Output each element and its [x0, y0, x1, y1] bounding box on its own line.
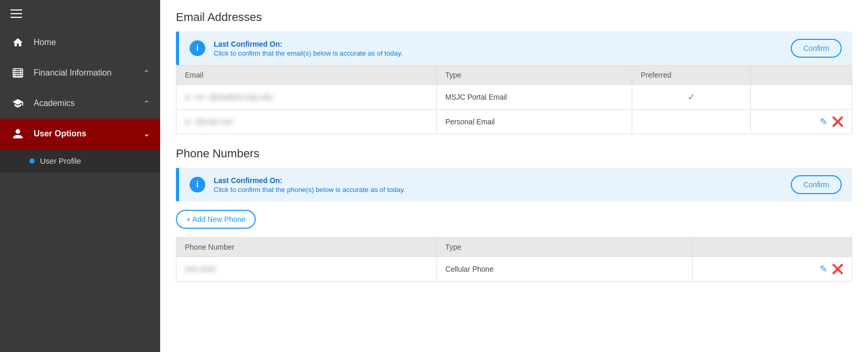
sidebar-item-academics[interactable]: Academics ⌃	[0, 88, 160, 119]
table-row: a---nt---@student.msjc.edu MSJC Portal E…	[176, 85, 852, 110]
phone-confirm-button[interactable]: Confirm	[791, 175, 842, 194]
email-value: a---@mail.com	[185, 118, 233, 126]
phone-table: Phone Number Type ###-#### Cellular Phon…	[176, 237, 852, 282]
sidebar-item-user-options[interactable]: User Options ⌄	[0, 119, 160, 149]
phone-col-header: Phone Number	[176, 238, 437, 257]
phone-cell: ###-####	[176, 257, 437, 282]
sidebar-item-home[interactable]: Home	[0, 27, 160, 58]
info-icon: i	[190, 40, 205, 56]
actions-cell: ✎ ❌	[751, 110, 852, 134]
info-icon: i	[190, 177, 205, 193]
phone-actions-col-header	[693, 238, 852, 257]
email-cell: a---@mail.com	[176, 110, 437, 134]
type-col-header: Type	[437, 66, 632, 85]
type-value: MSJC Portal Email	[445, 93, 507, 101]
table-row: a---@mail.com Personal Email ✎ ❌	[176, 110, 852, 134]
email-confirm-sublabel: Click to confirm that the email(s) below…	[214, 49, 403, 57]
main-content: Email Addresses i Last Confirmed On: Cli…	[160, 0, 868, 352]
type-value: Personal Email	[445, 118, 495, 126]
hamburger-button[interactable]	[0, 0, 160, 27]
actions-col-header	[751, 66, 852, 85]
chevron-down-icon: ⌃	[143, 69, 150, 77]
home-icon	[11, 37, 25, 48]
phone-banner-left: i Last Confirmed On: Click to confirm th…	[190, 176, 405, 194]
sidebar-sub-item-label: User Profile	[40, 156, 81, 165]
menu-icon	[11, 9, 150, 18]
chevron-up-icon: ⌄	[143, 130, 150, 138]
phone-confirm-banner: i Last Confirmed On: Click to confirm th…	[176, 168, 852, 201]
sidebar-item-financial-label: Financial Information	[34, 68, 135, 78]
phone-section-title: Phone Numbers	[176, 147, 852, 161]
sidebar-item-user-options-label: User Options	[34, 129, 135, 138]
sidebar-item-home-label: Home	[34, 38, 150, 47]
phone-confirm-sublabel: Click to confirm that the phone(s) below…	[214, 186, 405, 194]
type-cell: Personal Email	[437, 110, 632, 134]
sidebar-item-academics-label: Academics	[34, 99, 135, 108]
actions-cell	[751, 85, 852, 110]
email-confirm-banner: i Last Confirmed On: Click to confirm th…	[176, 31, 852, 65]
phone-banner-text: Last Confirmed On: Click to confirm that…	[214, 176, 405, 194]
sidebar-sub-item-user-profile[interactable]: User Profile	[0, 149, 160, 173]
sidebar: Home Financial Information ⌃ Academics ⌃…	[0, 0, 160, 352]
phone-actions-cell: ✎ ❌	[693, 257, 852, 282]
edit-email-icon[interactable]: ✎	[820, 116, 828, 127]
email-cell: a---nt---@student.msjc.edu	[176, 85, 437, 110]
delete-phone-icon[interactable]: ❌	[832, 264, 843, 274]
preferred-col-header: Preferred	[632, 66, 751, 85]
edit-phone-icon[interactable]: ✎	[820, 264, 828, 274]
user-icon	[11, 128, 25, 140]
sidebar-item-financial[interactable]: Financial Information ⌃	[0, 58, 160, 88]
phone-type-cell: Cellular Phone	[437, 257, 693, 282]
email-col-header: Email	[176, 66, 437, 85]
type-cell: MSJC Portal Email	[437, 85, 632, 110]
check-icon: ✓	[687, 92, 695, 102]
phone-type-value: Cellular Phone	[445, 265, 494, 273]
academics-icon	[11, 98, 25, 109]
financial-icon	[11, 67, 25, 79]
add-phone-button[interactable]: + Add New Phone	[176, 210, 256, 229]
preferred-cell	[632, 110, 751, 134]
email-value: a---nt---@student.msjc.edu	[185, 93, 273, 101]
email-section-title: Email Addresses	[176, 10, 852, 24]
email-banner-text: Last Confirmed On: Click to confirm that…	[214, 40, 403, 57]
phone-type-col-header: Type	[437, 238, 693, 257]
email-confirmed-label: Last Confirmed On:	[214, 40, 403, 48]
delete-email-icon[interactable]: ❌	[832, 116, 843, 127]
email-table: Email Type Preferred a---nt---@student.m…	[176, 65, 852, 134]
phone-confirmed-label: Last Confirmed On:	[214, 176, 405, 185]
table-row: ###-#### Cellular Phone ✎ ❌	[176, 257, 852, 282]
email-confirm-button[interactable]: Confirm	[791, 39, 842, 58]
phone-value: ###-####	[185, 265, 216, 273]
chevron-down-icon: ⌃	[143, 99, 150, 108]
active-dot	[29, 158, 35, 164]
email-banner-left: i Last Confirmed On: Click to confirm th…	[190, 40, 403, 57]
preferred-cell: ✓	[632, 85, 751, 110]
